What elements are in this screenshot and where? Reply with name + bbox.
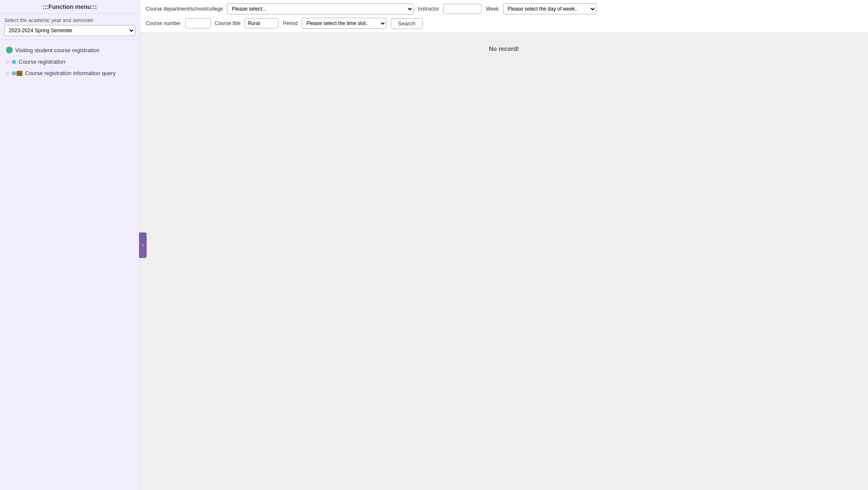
sidebar-item-registration-label: Course registration: [19, 59, 65, 65]
course-title-input[interactable]: [245, 18, 278, 28]
sidebar-item-visiting-label: Visiting student course registration: [15, 47, 99, 53]
sidebar-item-registration[interactable]: ▷ Course registration: [3, 56, 137, 67]
course-number-input[interactable]: [185, 18, 211, 28]
week-select[interactable]: Please select the day of week..MondayTue…: [503, 3, 596, 14]
semester-select[interactable]: 2023-2024 Spring Semester2022-2023 Fall …: [4, 25, 135, 36]
globe-icon: 🌐: [6, 47, 13, 53]
instructor-label: Instructor: [418, 6, 439, 12]
no-record-text: No record!: [489, 45, 519, 52]
tree-icon: [12, 71, 22, 76]
period-label: Period: [283, 20, 298, 26]
course-title-label: Course title: [215, 20, 241, 26]
sidebar-title: :::Function menu:::: [0, 0, 139, 14]
period-select[interactable]: Please select the time slot..1-23-45-67-…: [302, 18, 387, 29]
expand-icon: ▷: [6, 59, 9, 64]
sidebar-item-query-label: Course registration information query: [25, 70, 116, 76]
semester-selector-area: Select the academic year and semester 20…: [0, 14, 139, 40]
chevron-left-icon: ‹: [142, 242, 144, 248]
main-content: Course department/school/college Please …: [140, 0, 868, 490]
results-area: No record!: [140, 33, 868, 490]
filter-row-1: Course department/school/college Please …: [146, 3, 862, 14]
course-number-label: Course number: [146, 20, 181, 26]
semester-label: Select the academic year and semester: [4, 17, 135, 23]
dept-label: Course department/school/college: [146, 6, 223, 12]
dot-icon: [12, 60, 16, 64]
filter-bar: Course department/school/college Please …: [140, 0, 868, 33]
filter-row-2: Course number Course title Period Please…: [146, 18, 862, 29]
search-button[interactable]: Search: [391, 18, 423, 29]
week-label: Week: [486, 6, 498, 12]
sidebar-item-query[interactable]: ▷ Course registration information query: [3, 67, 137, 79]
expand-icon-2: ▷: [6, 70, 9, 76]
sidebar-collapse-toggle[interactable]: ‹: [139, 232, 147, 258]
sidebar-item-visiting[interactable]: 🌐 Visiting student course registration: [3, 44, 137, 56]
dept-select[interactable]: Please select ..: [227, 3, 414, 14]
sidebar-nav: 🌐 Visiting student course registration ▷…: [0, 40, 139, 490]
sidebar: :::Function menu::: Select the academic …: [0, 0, 140, 490]
instructor-input[interactable]: [443, 4, 481, 14]
